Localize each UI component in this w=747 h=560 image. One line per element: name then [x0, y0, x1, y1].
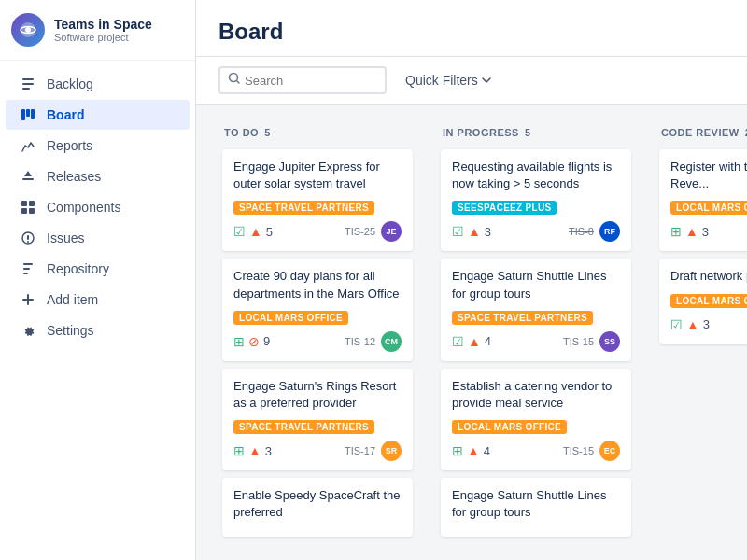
- board-icon: [19, 107, 37, 122]
- toolbar: Quick Filters: [196, 57, 747, 105]
- card-tag: SPACE TRAVEL PARTNERS: [233, 201, 374, 215]
- card-title: Engage Saturn Shuttle Lines for group to…: [452, 487, 620, 521]
- column-codereview: CODE REVIEW 2 Register with the Ministry…: [652, 119, 747, 545]
- check-icon: ☑: [452, 224, 464, 239]
- page-header: Board: [196, 0, 747, 57]
- page-title: Board: [218, 19, 725, 45]
- check-icon: ☑: [452, 334, 464, 349]
- svg-rect-7: [26, 109, 30, 117]
- card-tis12[interactable]: Create 90 day plans for all departments …: [222, 259, 413, 360]
- card-count: 4: [485, 334, 491, 348]
- app-name: Teams in Space: [54, 17, 152, 33]
- chevron-down-icon: [482, 77, 491, 83]
- components-icon: [19, 200, 37, 215]
- card-tis25[interactable]: Engage Jupiter Express for outer solar s…: [222, 149, 413, 251]
- sidebar-settings-label: Settings: [47, 323, 94, 338]
- sidebar-item-issues[interactable]: Issues: [6, 223, 190, 253]
- column-codereview-label: CODE REVIEW: [661, 127, 740, 138]
- card-tis15b[interactable]: Establish a catering vendor to provide m…: [441, 369, 631, 470]
- sidebar-add-item-label: Add item: [47, 292, 98, 307]
- app-type: Software project: [54, 32, 152, 43]
- project-info: Teams in Space Software project: [54, 17, 152, 44]
- sidebar-item-backlog[interactable]: Backlog: [6, 69, 190, 99]
- priority-icon: ▲: [248, 443, 261, 458]
- svg-rect-9: [22, 178, 34, 180]
- priority-icon: ▲: [468, 224, 481, 239]
- column-inprogress: IN PROGRESS 5 Requesting available fligh…: [433, 119, 639, 545]
- card-title: Requesting available flights is now taki…: [452, 159, 620, 192]
- sidebar-nav: Backlog Board Reports Releases: [0, 61, 195, 560]
- card-footer: ⊞ ▲ 3 RM: [670, 221, 747, 242]
- card-tis17[interactable]: Engage Saturn's Rings Resort as a prefer…: [222, 369, 413, 470]
- avatar: SS: [599, 331, 620, 352]
- card-tis15a[interactable]: Engage Saturn Shuttle Lines for group to…: [441, 259, 631, 360]
- card-tag: LOCAL MARS OFFI...: [670, 201, 747, 215]
- card-footer: ⊞ ▲ 4 TIS-15 EC: [452, 441, 620, 461]
- svg-rect-12: [21, 208, 27, 214]
- check-icon: ☑: [670, 317, 683, 332]
- svg-rect-11: [29, 201, 35, 206]
- column-todo-cards: Engage Jupiter Express for outer solar s…: [215, 146, 420, 545]
- card-count: 3: [703, 317, 710, 331]
- stop-icon: ⊘: [248, 334, 260, 349]
- column-todo-count: 5: [264, 127, 271, 138]
- sidebar-item-releases[interactable]: Releases: [6, 161, 190, 191]
- check-icon: ⊞: [233, 443, 245, 458]
- column-codereview-header: CODE REVIEW 2: [652, 119, 747, 146]
- settings-icon: [19, 323, 37, 338]
- svg-rect-6: [21, 109, 25, 120]
- card-tag: SPACE TRAVEL PARTNERS: [233, 420, 374, 434]
- column-inprogress-header: IN PROGRESS 5: [433, 119, 639, 146]
- card-tis8[interactable]: Requesting available flights is now taki…: [441, 149, 631, 251]
- sidebar-components-label: Components: [47, 200, 120, 215]
- check-icon: ⊞: [233, 334, 245, 349]
- search-box[interactable]: [218, 66, 387, 94]
- card-count: 3: [702, 225, 709, 239]
- card-footer: ☑ ▲ 5 TIS-25 JE: [233, 221, 402, 242]
- card-ticket: TIS-15: [563, 336, 594, 347]
- sidebar-item-add-item[interactable]: Add item: [6, 285, 190, 315]
- sidebar-reports-label: Reports: [47, 138, 92, 153]
- card-saturn2[interactable]: Engage Saturn Shuttle Lines for group to…: [441, 478, 631, 536]
- svg-rect-4: [22, 83, 34, 85]
- card-meta: TIS-12 CM: [345, 331, 402, 352]
- svg-point-2: [25, 27, 31, 33]
- sidebar-item-board[interactable]: Board: [6, 100, 190, 130]
- sidebar-board-label: Board: [47, 107, 84, 122]
- svg-rect-13: [29, 208, 35, 214]
- quick-filters-button[interactable]: Quick Filters: [396, 68, 500, 92]
- column-todo-label: TO DO: [224, 127, 259, 138]
- card-draft[interactable]: Draft network pl... Office LOCAL MARS OF…: [659, 259, 747, 343]
- card-title: Create 90 day plans for all departments …: [233, 268, 402, 301]
- priority-icon: ▲: [468, 334, 481, 349]
- svg-rect-3: [22, 78, 34, 80]
- quick-filters-label: Quick Filters: [405, 73, 478, 88]
- sidebar-releases-label: Releases: [47, 169, 101, 184]
- card-meta: TIS-25 JE: [345, 221, 402, 242]
- card-footer: ☑ ▲ 3 TIS-8 RF: [452, 221, 620, 242]
- card-footer: ☑ ▲ 4 TIS-15 SS: [452, 331, 620, 352]
- sidebar-item-components[interactable]: Components: [6, 192, 190, 222]
- card-speedy[interactable]: Enable Speedy SpaceCraft the preferred: [222, 478, 413, 536]
- card-count: 9: [263, 334, 270, 348]
- sidebar-item-reports[interactable]: Reports: [6, 131, 190, 161]
- card-title: Engage Saturn Shuttle Lines for group to…: [452, 268, 620, 301]
- column-inprogress-label: IN PROGRESS: [443, 127, 519, 138]
- column-todo: TO DO 5 Engage Jupiter Express for outer…: [215, 119, 420, 545]
- sidebar-header: Teams in Space Software project: [0, 0, 195, 61]
- card-ministry[interactable]: Register with the Ministry of Reve... LO…: [659, 149, 747, 251]
- sidebar-item-repository[interactable]: Repository: [6, 254, 190, 284]
- search-input[interactable]: [245, 74, 377, 88]
- card-icons: ⊞ ▲ 3: [670, 224, 709, 239]
- sidebar-repository-label: Repository: [47, 261, 109, 276]
- search-icon: [228, 72, 241, 89]
- sidebar: Teams in Space Software project Backlog …: [0, 0, 196, 560]
- card-icons: ☑ ▲ 5: [233, 224, 273, 239]
- sidebar-item-settings[interactable]: Settings: [6, 315, 190, 345]
- card-icons: ⊞ ⊘ 9: [233, 334, 270, 349]
- priority-icon: ▲: [249, 224, 262, 239]
- board-area: TO DO 5 Engage Jupiter Express for outer…: [196, 105, 747, 560]
- card-count: 4: [484, 444, 490, 458]
- column-inprogress-cards: Requesting available flights is now taki…: [433, 146, 639, 545]
- avatar: CM: [381, 331, 402, 352]
